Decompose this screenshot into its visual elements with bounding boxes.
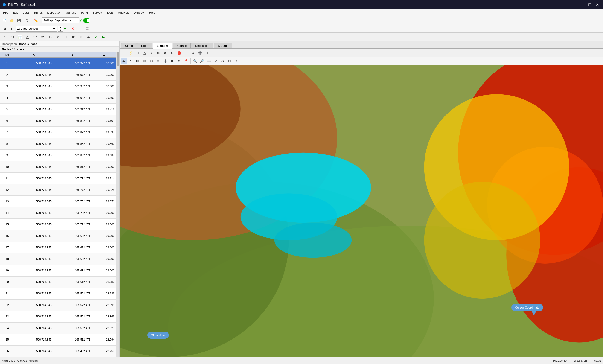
- table-row[interactable]: 12 500,724.845 165,772.471 29.128: [0, 184, 116, 196]
- map-refresh-btn[interactable]: ⊙: [220, 58, 226, 64]
- table-row[interactable]: 14 500,724.845 165,732.471 29.000: [0, 207, 116, 219]
- menu-help[interactable]: Help: [147, 10, 158, 15]
- open-button[interactable]: 📁: [8, 17, 15, 24]
- back-button[interactable]: ◀: [1, 25, 8, 32]
- element-btn-12[interactable]: ➕: [197, 50, 203, 56]
- tab-node[interactable]: Node: [137, 43, 152, 48]
- map-snap-btn[interactable]: ⊛: [176, 58, 182, 64]
- print-button[interactable]: 🖨: [23, 17, 30, 24]
- list-view-button[interactable]: ☰: [84, 25, 91, 32]
- table-row[interactable]: 8 500,724.845 165,852.471 29.467: [0, 138, 116, 150]
- map-zoom-in-btn[interactable]: 🔎: [199, 58, 205, 64]
- element-btn-10[interactable]: ⊞: [183, 50, 189, 56]
- check-icon[interactable]: ✔: [79, 18, 83, 23]
- map-line-btn[interactable]: ✏: [155, 58, 162, 64]
- table-row[interactable]: 6 500,724.845 165,892.471 29.601: [0, 115, 116, 127]
- table-row[interactable]: 22 500,724.845 165,572.471 28.898: [0, 299, 116, 311]
- menu-deposition[interactable]: Deposition: [45, 10, 64, 15]
- table-row[interactable]: 2 500,724.845 165,972.471 30.000: [0, 69, 116, 81]
- element-btn-13[interactable]: ⊟: [204, 50, 210, 56]
- map-pin-btn[interactable]: 📍: [183, 58, 189, 64]
- map-canvas[interactable]: Status Bar Cursor Coordinate: [120, 65, 603, 357]
- table-row[interactable]: 16 500,724.845 165,692.471 29.000: [0, 230, 116, 242]
- map-zoom-out-btn[interactable]: 🔍: [192, 58, 198, 64]
- map-add-btn[interactable]: ➕: [162, 58, 169, 64]
- table-row[interactable]: 17 500,724.845 165,672.471 29.000: [0, 242, 116, 253]
- delete-surface-button[interactable]: ✕: [69, 25, 76, 32]
- table-row[interactable]: 10 500,724.845 165,812.471 29.300: [0, 161, 116, 173]
- check-tool[interactable]: ✔: [92, 34, 99, 41]
- map-reset-btn[interactable]: ↺: [233, 58, 240, 64]
- menu-survey[interactable]: Survey: [90, 10, 104, 15]
- grid-view-button[interactable]: ⊞: [76, 25, 83, 32]
- table-row[interactable]: 13 500,724.845 165,752.471 29.051: [0, 196, 116, 207]
- element-btn-9[interactable]: 🔴: [176, 50, 182, 56]
- table-row[interactable]: 15 500,724.845 165,712.471 29.000: [0, 219, 116, 230]
- map-3d-btn[interactable]: 3D: [141, 58, 148, 64]
- menu-strings[interactable]: Strings: [31, 10, 45, 15]
- edit-button[interactable]: ✏️: [33, 17, 39, 24]
- table-row[interactable]: 20 500,724.845 165,612.471 28.987: [0, 276, 116, 288]
- table-row[interactable]: 1 500,724.845 165,992.471 30.000: [0, 58, 116, 69]
- star-tool[interactable]: ✳: [77, 34, 84, 41]
- table-row[interactable]: 19 500,724.845 165,632.471 29.000: [0, 265, 116, 276]
- menu-tools[interactable]: Tools: [104, 10, 116, 15]
- close-button[interactable]: ✕: [594, 2, 601, 7]
- chart-tool[interactable]: 📊: [16, 34, 23, 41]
- forward-button[interactable]: ▶: [8, 25, 15, 32]
- ruler-tool[interactable]: ⊣: [62, 34, 69, 41]
- element-btn-7[interactable]: ✖: [162, 50, 169, 56]
- add-surface-button[interactable]: +: [62, 25, 69, 32]
- maximize-button[interactable]: □: [587, 2, 593, 7]
- snap-tool[interactable]: ⊠: [54, 34, 61, 41]
- tab-deposition[interactable]: Deposition: [191, 43, 213, 48]
- table-row[interactable]: 9 500,724.845 165,832.471 29.384: [0, 150, 116, 161]
- table-row[interactable]: 24 500,724.845 165,532.471 28.829: [0, 322, 116, 334]
- table-row[interactable]: 26 500,724.845 165,492.471 28.750: [0, 345, 116, 357]
- map-polygon-btn[interactable]: ⬠: [148, 58, 155, 64]
- menu-data[interactable]: Data: [20, 10, 31, 15]
- wave-tool[interactable]: ≋: [39, 34, 46, 41]
- map-window-btn[interactable]: ⊡: [226, 58, 233, 64]
- toggle-button[interactable]: [83, 18, 91, 23]
- table-row[interactable]: 7 500,724.845 165,872.471 29.537: [0, 127, 116, 138]
- table-row[interactable]: 4 500,724.845 165,932.471 29.893: [0, 92, 116, 104]
- surface-selector[interactable]: 1: Base Surface ▼: [16, 26, 57, 32]
- menu-pond[interactable]: Pond: [79, 10, 90, 15]
- menu-surface[interactable]: Surface: [64, 10, 79, 15]
- element-btn-2[interactable]: ⚡: [128, 50, 134, 56]
- menu-file[interactable]: File: [1, 10, 10, 15]
- element-btn-6[interactable]: ⊕: [155, 50, 162, 56]
- table-row[interactable]: 25 500,724.845 165,512.471 28.794: [0, 334, 116, 345]
- data-table[interactable]: No X Y Z 1 500,724.845 165,992.471 30.00…: [0, 52, 119, 357]
- tab-wizards[interactable]: Wizards: [214, 43, 232, 48]
- element-btn-4[interactable]: △: [141, 50, 148, 56]
- polygon-tool[interactable]: ⬟: [69, 34, 77, 41]
- triangle-tool[interactable]: △: [24, 34, 31, 41]
- save-button[interactable]: 💾: [16, 17, 23, 24]
- new-button[interactable]: 📄: [1, 17, 8, 24]
- minimize-button[interactable]: —: [578, 2, 585, 7]
- tab-surface[interactable]: Surface: [173, 43, 191, 48]
- map-zoom-out-btn2[interactable]: ➖: [206, 58, 212, 64]
- table-row[interactable]: 5 500,724.845 165,912.471 29.712: [0, 104, 116, 115]
- map-delete-btn[interactable]: ✖: [169, 58, 175, 64]
- polygon-select-tool[interactable]: ⬡: [9, 34, 16, 41]
- crosshair-tool[interactable]: ⊕: [46, 34, 54, 41]
- element-btn-8[interactable]: ⊛: [169, 50, 175, 56]
- map-cursor-btn[interactable]: ↖: [128, 58, 134, 64]
- element-btn-3[interactable]: ◻: [134, 50, 141, 56]
- mountain-tool[interactable]: ⛰: [84, 34, 92, 41]
- tab-string[interactable]: String: [121, 43, 137, 48]
- select-tool[interactable]: ↖: [1, 34, 8, 41]
- map-fit-btn[interactable]: ⤢: [212, 58, 219, 64]
- element-btn-1[interactable]: ⬡: [121, 50, 127, 56]
- map-2d-btn[interactable]: 2D: [134, 58, 141, 64]
- tab-element[interactable]: Element: [153, 43, 172, 49]
- menu-window[interactable]: Window: [131, 10, 147, 15]
- element-btn-11[interactable]: ⚙: [190, 50, 196, 56]
- menu-edit[interactable]: Edit: [10, 10, 20, 15]
- contour-tool[interactable]: 〰: [31, 34, 39, 41]
- table-row[interactable]: 18 500,724.845 165,652.471 29.000: [0, 253, 116, 265]
- scrollbar-thumb[interactable]: [116, 52, 119, 66]
